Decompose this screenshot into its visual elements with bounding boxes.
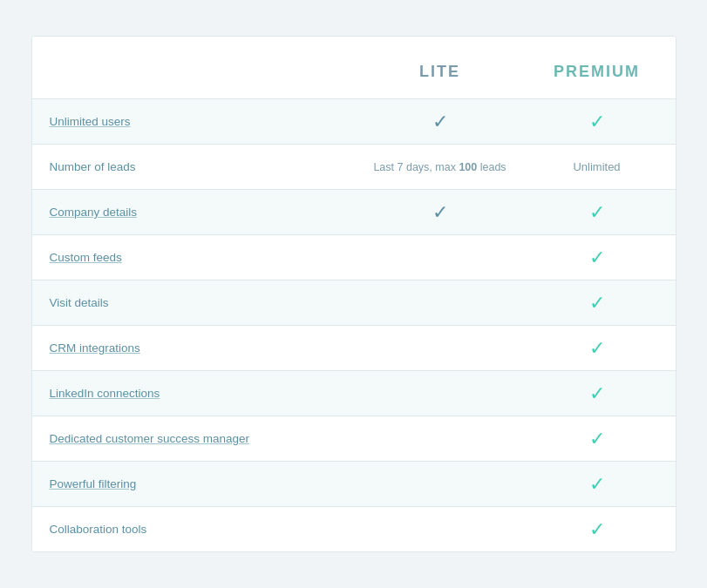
feature-label: Company details xyxy=(32,193,362,231)
feature-label: LinkedIn connections xyxy=(32,375,362,412)
checkmark-icon: ✓ xyxy=(589,475,605,494)
table-row: Unlimited users✓✓ xyxy=(32,98,676,144)
premium-value: ✓ xyxy=(519,100,676,144)
table-row: Visit details✓ xyxy=(32,280,676,325)
checkmark-icon: ✓ xyxy=(589,294,605,313)
checkmark-icon: ✓ xyxy=(589,339,605,358)
table-row: Number of leadsLast 7 days, max 100 lead… xyxy=(32,144,676,189)
checkmark-icon: ✓ xyxy=(589,112,605,132)
lite-value xyxy=(362,427,519,451)
feature-label: Custom feeds xyxy=(32,239,362,276)
checkmark-icon: ✓ xyxy=(432,203,448,222)
premium-value: ✓ xyxy=(519,191,676,234)
table-row: Company details✓✓ xyxy=(32,189,676,234)
unlimited-label: Unlimited xyxy=(573,160,620,173)
lite-value xyxy=(362,382,519,406)
lite-value xyxy=(362,336,519,361)
feature-label: Powerful filtering xyxy=(32,465,362,503)
lite-value xyxy=(362,472,519,497)
col-premium-header: PREMIUM xyxy=(519,54,676,90)
table-row: LinkedIn connections✓ xyxy=(32,370,676,416)
feature-label: Dedicated customer success manager xyxy=(32,420,362,457)
table-body: Unlimited users✓✓Number of leadsLast 7 d… xyxy=(32,98,676,551)
table-row: CRM integrations✓ xyxy=(32,325,676,370)
premium-value: ✓ xyxy=(519,281,676,325)
premium-value: ✓ xyxy=(519,372,676,416)
lite-value: ✓ xyxy=(362,100,519,144)
premium-value: Unlimited xyxy=(519,148,676,186)
checkmark-icon: ✓ xyxy=(589,429,605,449)
checkmark-icon: ✓ xyxy=(589,248,605,267)
checkmark-icon: ✓ xyxy=(589,520,605,539)
checkmark-icon: ✓ xyxy=(589,384,605,403)
feature-label: Number of leads xyxy=(32,148,362,186)
feature-label: Unlimited users xyxy=(32,103,362,140)
checkmark-icon: ✓ xyxy=(589,203,605,222)
premium-value: ✓ xyxy=(519,508,676,551)
table-row: Powerful filtering✓ xyxy=(32,461,676,506)
table-row: Custom feeds✓ xyxy=(32,234,676,280)
premium-value: ✓ xyxy=(519,417,676,461)
leads-value: Last 7 days, max 100 leads xyxy=(373,161,506,173)
feature-label: CRM integrations xyxy=(32,329,362,367)
table-header: LITE PREMIUM xyxy=(32,37,676,98)
checkmark-icon: ✓ xyxy=(432,112,448,132)
lite-value: ✓ xyxy=(362,191,519,234)
table-row: Collaboration tools✓ xyxy=(32,506,676,551)
lite-value xyxy=(362,517,519,542)
lite-value: Last 7 days, max 100 leads xyxy=(362,148,519,186)
premium-value: ✓ xyxy=(519,236,676,280)
lite-value xyxy=(362,291,519,315)
lite-value xyxy=(362,246,519,270)
comparison-table: LITE PREMIUM Unlimited users✓✓Number of … xyxy=(31,36,676,552)
feature-label: Collaboration tools xyxy=(32,510,362,548)
premium-value: ✓ xyxy=(519,327,676,370)
col-feature-header xyxy=(32,54,362,90)
feature-label: Visit details xyxy=(32,284,362,321)
premium-value: ✓ xyxy=(519,463,676,506)
table-row: Dedicated customer success manager✓ xyxy=(32,416,676,461)
col-lite-header: LITE xyxy=(362,54,519,90)
